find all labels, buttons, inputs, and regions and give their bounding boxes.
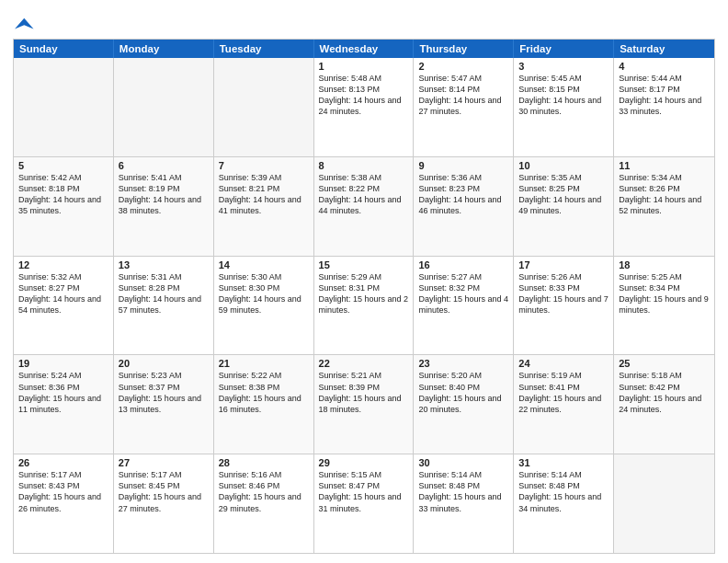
day-number: 5 [18, 160, 108, 171]
day-info: Sunrise: 5:20 AMSunset: 8:40 PMDaylight:… [418, 370, 508, 415]
day-number: 22 [319, 358, 409, 369]
day-cell-25: 25Sunrise: 5:18 AMSunset: 8:42 PMDayligh… [614, 355, 714, 454]
day-info: Sunrise: 5:32 AMSunset: 8:27 PMDaylight:… [18, 271, 108, 316]
day-cell-26: 26Sunrise: 5:17 AMSunset: 8:43 PMDayligh… [14, 454, 114, 553]
calendar-row-2: 5Sunrise: 5:42 AMSunset: 8:18 PMDaylight… [14, 156, 714, 256]
empty-cell-0-1 [114, 58, 214, 156]
empty-cell-0-2 [214, 58, 314, 156]
day-info: Sunrise: 5:36 AMSunset: 8:23 PMDaylight:… [418, 172, 508, 217]
day-info: Sunrise: 5:41 AMSunset: 8:19 PMDaylight:… [119, 172, 209, 217]
empty-cell-0-0 [14, 58, 114, 156]
day-info: Sunrise: 5:25 AMSunset: 8:34 PMDaylight:… [619, 271, 710, 316]
header-day-tuesday: Tuesday [214, 40, 314, 58]
day-number: 23 [418, 358, 508, 369]
day-cell-23: 23Sunrise: 5:20 AMSunset: 8:40 PMDayligh… [414, 355, 514, 454]
day-number: 15 [319, 259, 409, 270]
day-cell-20: 20Sunrise: 5:23 AMSunset: 8:37 PMDayligh… [114, 355, 214, 454]
day-cell-31: 31Sunrise: 5:14 AMSunset: 8:48 PMDayligh… [514, 454, 614, 553]
page: SundayMondayTuesdayWednesdayThursdayFrid… [0, 0, 728, 563]
day-cell-2: 2Sunrise: 5:47 AMSunset: 8:14 PMDaylight… [414, 58, 514, 156]
day-cell-19: 19Sunrise: 5:24 AMSunset: 8:36 PMDayligh… [14, 355, 114, 454]
header-day-sunday: Sunday [14, 40, 114, 58]
day-cell-10: 10Sunrise: 5:35 AMSunset: 8:25 PMDayligh… [514, 157, 614, 256]
calendar-row-5: 26Sunrise: 5:17 AMSunset: 8:43 PMDayligh… [14, 454, 714, 553]
calendar-body: 1Sunrise: 5:48 AMSunset: 8:13 PMDaylight… [14, 58, 714, 553]
day-number: 7 [219, 160, 309, 171]
day-number: 3 [518, 61, 609, 72]
day-number: 27 [119, 457, 209, 468]
day-info: Sunrise: 5:44 AMSunset: 8:17 PMDaylight:… [619, 73, 710, 118]
day-cell-29: 29Sunrise: 5:15 AMSunset: 8:47 PMDayligh… [314, 454, 415, 553]
day-number: 16 [418, 259, 508, 270]
day-cell-13: 13Sunrise: 5:31 AMSunset: 8:28 PMDayligh… [114, 257, 214, 355]
day-number: 26 [18, 457, 108, 468]
header-day-saturday: Saturday [614, 40, 714, 58]
day-info: Sunrise: 5:27 AMSunset: 8:32 PMDaylight:… [418, 271, 508, 316]
day-number: 4 [619, 61, 710, 72]
day-number: 30 [418, 457, 508, 468]
day-cell-12: 12Sunrise: 5:32 AMSunset: 8:27 PMDayligh… [14, 257, 114, 355]
day-number: 12 [18, 259, 108, 270]
day-cell-8: 8Sunrise: 5:38 AMSunset: 8:22 PMDaylight… [314, 157, 415, 256]
svg-marker-0 [15, 18, 34, 29]
day-cell-4: 4Sunrise: 5:44 AMSunset: 8:17 PMDaylight… [614, 58, 714, 156]
day-cell-1: 1Sunrise: 5:48 AMSunset: 8:13 PMDaylight… [314, 58, 415, 156]
day-number: 11 [619, 160, 710, 171]
day-number: 19 [18, 358, 108, 369]
day-info: Sunrise: 5:29 AMSunset: 8:31 PMDaylight:… [319, 271, 409, 316]
day-info: Sunrise: 5:34 AMSunset: 8:26 PMDaylight:… [619, 172, 710, 217]
day-number: 20 [119, 358, 209, 369]
header-day-wednesday: Wednesday [314, 40, 415, 58]
day-info: Sunrise: 5:35 AMSunset: 8:25 PMDaylight:… [518, 172, 609, 217]
empty-cell-4-6 [614, 454, 714, 553]
logo [13, 13, 35, 33]
day-cell-27: 27Sunrise: 5:17 AMSunset: 8:45 PMDayligh… [114, 454, 214, 553]
day-number: 2 [418, 61, 508, 72]
day-cell-5: 5Sunrise: 5:42 AMSunset: 8:18 PMDaylight… [14, 157, 114, 256]
day-info: Sunrise: 5:21 AMSunset: 8:39 PMDaylight:… [319, 370, 409, 415]
day-cell-22: 22Sunrise: 5:21 AMSunset: 8:39 PMDayligh… [314, 355, 415, 454]
day-number: 14 [219, 259, 309, 270]
day-number: 10 [518, 160, 609, 171]
day-number: 8 [319, 160, 409, 171]
day-number: 9 [418, 160, 508, 171]
day-info: Sunrise: 5:15 AMSunset: 8:47 PMDaylight:… [319, 469, 409, 514]
day-cell-30: 30Sunrise: 5:14 AMSunset: 8:48 PMDayligh… [414, 454, 514, 553]
day-cell-14: 14Sunrise: 5:30 AMSunset: 8:30 PMDayligh… [214, 257, 314, 355]
day-number: 24 [518, 358, 609, 369]
day-cell-7: 7Sunrise: 5:39 AMSunset: 8:21 PMDaylight… [214, 157, 314, 256]
day-info: Sunrise: 5:16 AMSunset: 8:46 PMDaylight:… [219, 469, 309, 514]
header-day-monday: Monday [114, 40, 214, 58]
day-info: Sunrise: 5:19 AMSunset: 8:41 PMDaylight:… [518, 370, 609, 415]
calendar-row-3: 12Sunrise: 5:32 AMSunset: 8:27 PMDayligh… [14, 256, 714, 355]
day-cell-17: 17Sunrise: 5:26 AMSunset: 8:33 PMDayligh… [514, 257, 614, 355]
day-number: 13 [119, 259, 209, 270]
day-info: Sunrise: 5:31 AMSunset: 8:28 PMDaylight:… [119, 271, 209, 316]
header [13, 9, 715, 33]
day-info: Sunrise: 5:45 AMSunset: 8:15 PMDaylight:… [518, 73, 609, 118]
day-number: 6 [119, 160, 209, 171]
day-cell-18: 18Sunrise: 5:25 AMSunset: 8:34 PMDayligh… [614, 257, 714, 355]
calendar-row-1: 1Sunrise: 5:48 AMSunset: 8:13 PMDaylight… [14, 58, 714, 156]
day-info: Sunrise: 5:23 AMSunset: 8:37 PMDaylight:… [119, 370, 209, 415]
day-info: Sunrise: 5:26 AMSunset: 8:33 PMDaylight:… [518, 271, 609, 316]
day-info: Sunrise: 5:38 AMSunset: 8:22 PMDaylight:… [319, 172, 409, 217]
day-info: Sunrise: 5:22 AMSunset: 8:38 PMDaylight:… [219, 370, 309, 415]
day-info: Sunrise: 5:14 AMSunset: 8:48 PMDaylight:… [518, 469, 609, 514]
day-info: Sunrise: 5:39 AMSunset: 8:21 PMDaylight:… [219, 172, 309, 217]
day-info: Sunrise: 5:42 AMSunset: 8:18 PMDaylight:… [18, 172, 108, 217]
day-info: Sunrise: 5:17 AMSunset: 8:45 PMDaylight:… [119, 469, 209, 514]
day-cell-3: 3Sunrise: 5:45 AMSunset: 8:15 PMDaylight… [514, 58, 614, 156]
day-cell-15: 15Sunrise: 5:29 AMSunset: 8:31 PMDayligh… [314, 257, 415, 355]
header-day-thursday: Thursday [414, 40, 514, 58]
day-info: Sunrise: 5:30 AMSunset: 8:30 PMDaylight:… [219, 271, 309, 316]
day-info: Sunrise: 5:48 AMSunset: 8:13 PMDaylight:… [319, 73, 409, 118]
logo-bird-icon [15, 13, 35, 33]
day-cell-28: 28Sunrise: 5:16 AMSunset: 8:46 PMDayligh… [214, 454, 314, 553]
day-info: Sunrise: 5:24 AMSunset: 8:36 PMDaylight:… [18, 370, 108, 415]
day-number: 18 [619, 259, 710, 270]
day-cell-24: 24Sunrise: 5:19 AMSunset: 8:41 PMDayligh… [514, 355, 614, 454]
day-number: 25 [619, 358, 710, 369]
day-number: 28 [219, 457, 309, 468]
day-number: 31 [518, 457, 609, 468]
